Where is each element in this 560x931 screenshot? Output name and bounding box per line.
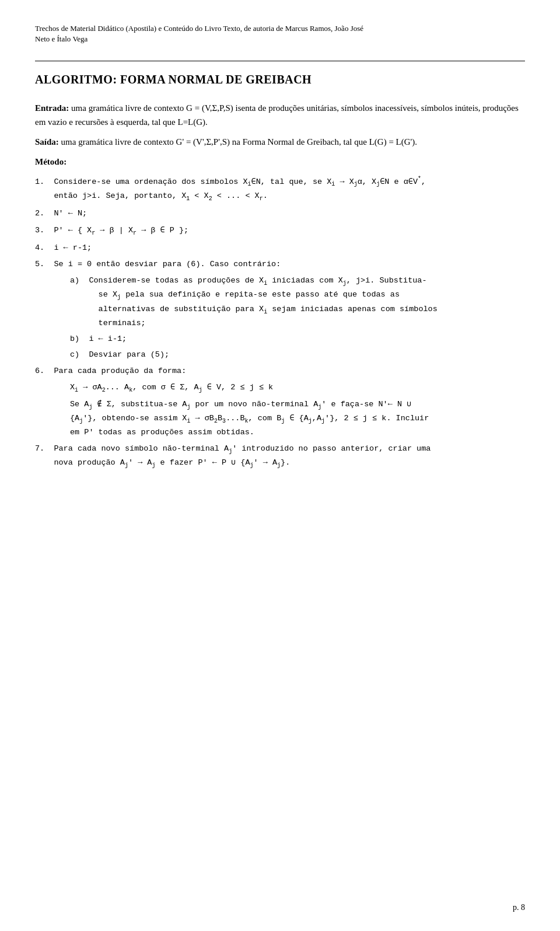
step-5a: a) Considerem-se todas as produções de X… [70, 274, 525, 330]
step-5b: b) i ← i-1; [70, 333, 525, 346]
entrada-paragraph: Entrada: uma gramática livre de contexto… [35, 101, 525, 129]
saida-label: Saída: [35, 137, 59, 147]
step-6: 6. Para cada produção da forma: [35, 365, 525, 378]
step-1: 1. Considere-se uma ordenação dos símbol… [35, 175, 525, 204]
step-5c: c) Desviar para (5); [70, 348, 525, 361]
metodo-label: Método: [35, 155, 525, 169]
entrada-label: Entrada: [35, 103, 69, 113]
header-note: Trechos de Material Didático (Apostila) … [35, 23, 525, 44]
step-4: 4. i ← r-1; [35, 242, 525, 254]
step-2: 2. N' ← N; [35, 207, 525, 220]
page-footer: p. 8 [513, 901, 525, 913]
step-3: 3. P' ← { Xr → β | Xr → β ∈ P }; [35, 224, 525, 238]
divider [35, 61, 525, 61]
page-number: p. 8 [513, 903, 525, 912]
main-content: Entrada: uma gramática livre de contexto… [35, 101, 525, 470]
metodo-section: Método: 1. Considere-se uma ordenação do… [35, 155, 525, 470]
step-7: 7. Para cada novo símbolo não-terminal A… [35, 442, 525, 470]
step-5: 5. Se i = 0 então desviar para (6). Caso… [35, 258, 525, 271]
step-6-prod: Xi → σA2... Ak, com σ ∈ Σ, Aj ∈ V, 2 ≤ j… [70, 381, 525, 395]
saida-paragraph: Saída: uma gramática livre de contexto G… [35, 135, 525, 149]
step-6-para: Se Aj ∉ Σ, substitua-se Aj por um novo n… [70, 398, 525, 440]
page-title: ALGORITMO: FORMA NORMAL DE GREIBACH [35, 71, 525, 88]
